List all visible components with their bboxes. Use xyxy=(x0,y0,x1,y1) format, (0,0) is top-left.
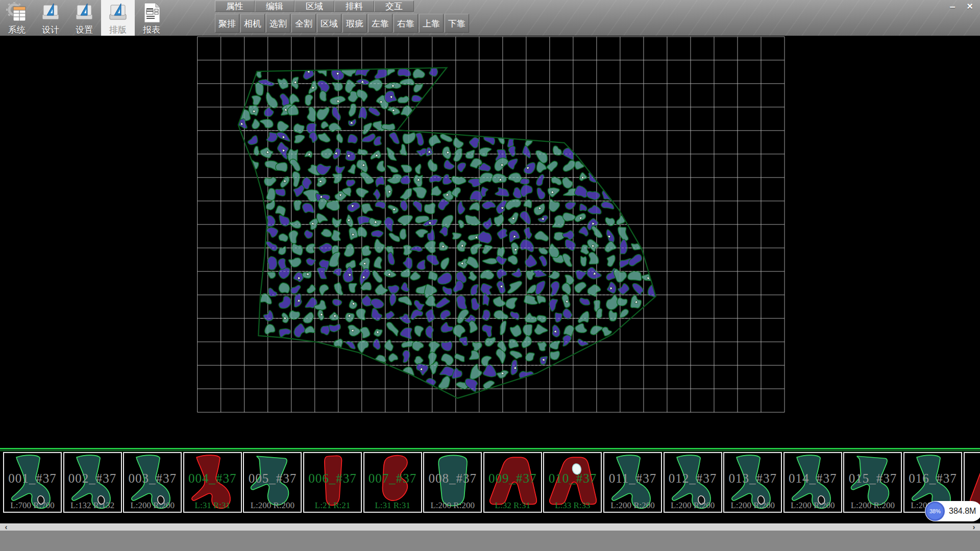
parts-filmstrip: 001_#37L:700 R:700002_#37L:132 R:132003_… xyxy=(0,451,980,512)
memory-percent: 38% xyxy=(929,508,941,514)
nested-piece[interactable] xyxy=(289,311,300,319)
memory-percent-indicator: 38% xyxy=(925,502,945,521)
tool-bar: 聚排相机选割全割区域瑕疵左靠右靠上靠下靠 xyxy=(215,14,470,33)
toolbar: 系统设计设置排版报表 属性编辑区域排料交互 聚排相机选割全割区域瑕疵左靠右靠上靠… xyxy=(0,0,980,36)
nested-piece[interactable] xyxy=(294,200,302,210)
part-shape xyxy=(304,453,361,512)
part-thumbnail-4[interactable]: 004_#37L:31 R:31 xyxy=(183,452,242,513)
tool-button-7[interactable]: 左靠 xyxy=(368,14,393,33)
settings-icon xyxy=(73,2,95,24)
part-shape xyxy=(424,453,481,512)
nav-tab-5[interactable]: 报表 xyxy=(135,0,168,36)
part-shape xyxy=(484,453,541,512)
part-thumbnail-2[interactable]: 002_#37L:132 R:132 xyxy=(63,452,122,513)
menu-item-2[interactable]: 编辑 xyxy=(255,1,295,12)
tool-button-6[interactable]: 瑕疵 xyxy=(342,14,367,33)
nesting-canvas[interactable] xyxy=(0,36,980,448)
part-thumbnail-14[interactable]: 014_#37L:200 R:200 xyxy=(783,452,842,513)
part-thumbnail-11[interactable]: 011_#37L:200 R:200 xyxy=(603,452,662,513)
part-thumbnail-6[interactable]: 006_#37L:21 R:21 xyxy=(303,452,362,513)
report-icon xyxy=(140,2,163,24)
part-shape xyxy=(665,453,721,512)
tool-button-4[interactable]: 全割 xyxy=(291,14,316,33)
nested-piece[interactable] xyxy=(294,124,305,134)
part-shape xyxy=(364,453,421,512)
tool-button-1[interactable]: 聚排 xyxy=(215,14,239,33)
menu-item-4[interactable]: 排料 xyxy=(334,1,374,12)
layout-icon xyxy=(107,2,129,24)
part-shape xyxy=(785,453,841,512)
nested-piece[interactable] xyxy=(279,283,289,293)
nested-piece[interactable] xyxy=(617,298,627,306)
nested-piece[interactable] xyxy=(267,257,277,270)
nav-tab-label: 报表 xyxy=(143,24,160,36)
menu-item-5[interactable]: 交互 xyxy=(374,1,414,12)
part-shape xyxy=(124,453,181,512)
part-thumbnail-15[interactable]: 015_#37L:200 R:200 xyxy=(843,452,902,513)
tool-button-3[interactable]: 选割 xyxy=(266,14,290,33)
nav-tab-4[interactable]: 排版 xyxy=(101,0,135,36)
part-thumbnail-8[interactable]: 008_#37L:200 R:200 xyxy=(423,452,482,513)
part-thumbnail-7[interactable]: 007_#37L:31 R:31 xyxy=(363,452,422,513)
design-icon xyxy=(39,2,62,24)
part-shape xyxy=(844,453,901,512)
nav-tab-label: 设置 xyxy=(76,24,93,36)
nested-piece[interactable] xyxy=(382,123,395,130)
nav-tab-1[interactable]: 系统 xyxy=(0,0,34,36)
part-thumbnail-9[interactable]: 009_#37L:32 R:31 xyxy=(483,452,542,513)
scroll-right-arrow-icon[interactable]: › xyxy=(969,523,979,530)
nested-piece[interactable] xyxy=(276,163,287,172)
part-shape xyxy=(604,453,661,512)
nested-piece[interactable] xyxy=(307,107,316,122)
horizontal-scrollbar[interactable]: ‹ › xyxy=(0,523,980,531)
nested-piece[interactable] xyxy=(580,256,586,266)
part-thumbnail-10[interactable]: 010_#37L:33 R:33 xyxy=(543,452,602,513)
window-controls: – × xyxy=(945,0,977,12)
part-shape xyxy=(64,453,121,512)
part-shape xyxy=(244,453,301,512)
menu-item-1[interactable]: 属性 xyxy=(215,1,255,12)
nav-tab-3[interactable]: 设置 xyxy=(67,0,101,36)
nested-piece[interactable] xyxy=(628,271,642,281)
nested-piece[interactable] xyxy=(371,230,383,237)
part-thumbnail-1[interactable]: 001_#37L:700 R:700 xyxy=(3,452,62,513)
close-button[interactable]: × xyxy=(963,0,977,12)
part-thumbnail-12[interactable]: 012_#37L:200 R:200 xyxy=(664,452,722,513)
part-shape xyxy=(4,453,61,512)
nested-piece[interactable] xyxy=(333,299,342,306)
tool-button-9[interactable]: 上靠 xyxy=(419,14,444,33)
scroll-left-arrow-icon[interactable]: ‹ xyxy=(1,523,11,530)
part-thumbnail-5[interactable]: 005_#37L:200 R:200 xyxy=(243,452,302,513)
nested-piece[interactable] xyxy=(320,91,326,101)
nav-tab-label: 排版 xyxy=(109,24,127,36)
nav-tab-label: 设计 xyxy=(42,24,59,36)
part-thumbnail-3[interactable]: 003_#37L:200 R:200 xyxy=(123,452,182,513)
menu-bar: 属性编辑区域排料交互 xyxy=(215,1,414,12)
nested-piece[interactable] xyxy=(482,310,491,320)
nested-piece[interactable] xyxy=(424,203,435,214)
app-window: 系统设计设置排版报表 属性编辑区域排料交互 聚排相机选割全割区域瑕疵左靠右靠上靠… xyxy=(0,0,980,551)
nav-tab-label: 系统 xyxy=(8,24,26,36)
part-shape xyxy=(544,453,601,512)
part-shape xyxy=(724,453,781,512)
nav-tab-2[interactable]: 设计 xyxy=(34,0,67,36)
system-icon xyxy=(6,2,28,24)
tool-button-2[interactable]: 相机 xyxy=(240,14,265,33)
nested-piece[interactable] xyxy=(511,360,518,375)
nested-piece[interactable] xyxy=(400,229,406,240)
nested-piece[interactable] xyxy=(520,178,529,184)
part-thumbnail-13[interactable]: 013_#37L:200 R:200 xyxy=(723,452,782,513)
memory-usage-badge[interactable]: 38% 384.8M xyxy=(925,501,980,521)
canvas-svg xyxy=(0,36,980,448)
minimize-button[interactable]: – xyxy=(945,0,960,12)
tool-button-5[interactable]: 区域 xyxy=(317,14,341,33)
tool-button-8[interactable]: 右靠 xyxy=(394,14,418,33)
nested-piece[interactable] xyxy=(550,351,559,360)
status-bar xyxy=(0,531,980,551)
nav-tabs: 系统设计设置排版报表 xyxy=(0,0,168,36)
menu-item-3[interactable]: 区域 xyxy=(295,1,334,12)
nested-piece[interactable] xyxy=(361,245,371,256)
part-shape xyxy=(184,453,241,512)
tool-button-10[interactable]: 下靠 xyxy=(445,14,469,33)
memory-value: 384.8M xyxy=(949,507,976,516)
